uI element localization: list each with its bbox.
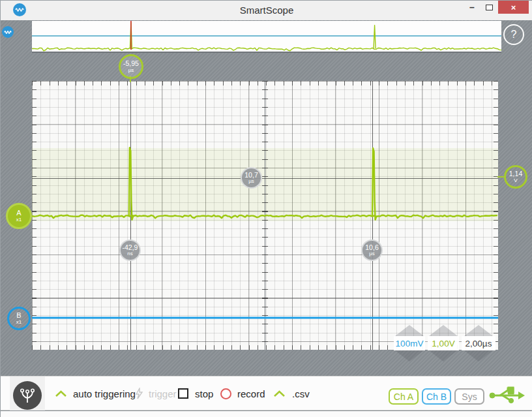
stop-icon (178, 388, 188, 399)
help-button[interactable]: ? (503, 24, 524, 45)
channel-b-label: B (16, 312, 21, 319)
channel-a-label: A (16, 209, 21, 217)
channel-b-multiplier: x1 (16, 320, 22, 325)
channel-a-multiplier: x1 (16, 217, 22, 223)
trigger-level-value: 1,14 (509, 170, 522, 178)
trigger-time-badge[interactable]: -5,95 µs (119, 54, 143, 79)
channel-b-menu-button[interactable]: Ch B (422, 388, 451, 405)
trigger-level-badge[interactable]: 1,14 V (504, 165, 527, 189)
minimize-button[interactable]: – (465, 1, 479, 14)
smartscope-corner-logo-icon (2, 26, 14, 38)
record-icon (220, 388, 231, 399)
graticule-plot[interactable] (32, 81, 498, 350)
channel-a-menu-button[interactable]: Ch A (389, 388, 419, 405)
cursor-value: 10,6 (365, 244, 378, 251)
labnation-logo-icon[interactable] (13, 381, 42, 410)
trigger-time-unit: µs (128, 68, 134, 73)
trigger-control[interactable]: trigger (135, 377, 177, 410)
csv-label: .csv (292, 388, 310, 399)
title-bar: SmartScope – × (1, 1, 532, 20)
chevron-up-icon (273, 390, 286, 397)
chevron-up-icon (55, 390, 67, 397)
trigger-time-value: -5,95 (123, 60, 139, 67)
cursor-value: -42,9 (123, 244, 138, 251)
bottom-toolbar: auto triggering trigger stop record .csv (1, 376, 532, 410)
auto-triggering-label: auto triggering (73, 388, 136, 399)
channel-a-offset-badge[interactable]: A x1 (6, 203, 32, 229)
csv-export-control[interactable]: .csv (273, 377, 310, 410)
waveform-traces (32, 81, 498, 350)
acquisition-overview-strip[interactable] (32, 21, 501, 53)
cursor-unit: ns (127, 251, 132, 256)
maximize-icon (486, 5, 493, 10)
stop-control[interactable]: stop (178, 377, 213, 410)
stop-label: stop (195, 388, 213, 399)
horizontal-cursor-badge[interactable]: 10,7 µs (241, 167, 262, 189)
smartscope-window: SmartScope – × ? -5,95 µs 10,7 µs (0, 0, 532, 417)
time-scale-selector[interactable]: 2,00µs (462, 336, 495, 350)
channel-b-offset-badge[interactable]: B x1 (7, 307, 31, 330)
usb-connected-icon (488, 385, 525, 409)
time-cursor-2-badge[interactable]: 10,6 µs (361, 239, 383, 261)
record-label: record (237, 388, 265, 399)
auto-triggering-control[interactable]: auto triggering (55, 377, 136, 410)
close-button[interactable]: × (498, 1, 529, 14)
channel-b-scale-selector[interactable]: 100mV (394, 336, 425, 350)
window-title: SmartScope (1, 5, 532, 16)
cursor-unit: µs (248, 179, 254, 184)
cursor-unit: µs (369, 251, 375, 256)
lightning-icon (135, 388, 143, 399)
trigger-label: trigger (149, 388, 177, 399)
cursor-value: 10,7 (244, 172, 258, 179)
system-menu-button[interactable]: Sys (454, 388, 484, 405)
channel-a-scale-selector[interactable]: 1,00V (428, 336, 459, 350)
time-cursor-1-badge[interactable]: -42,9 ns (119, 239, 141, 261)
record-control[interactable]: record (220, 377, 265, 410)
maximize-button[interactable] (482, 1, 496, 14)
window-bottom-strip (1, 411, 532, 417)
trigger-level-unit: V (514, 178, 517, 183)
